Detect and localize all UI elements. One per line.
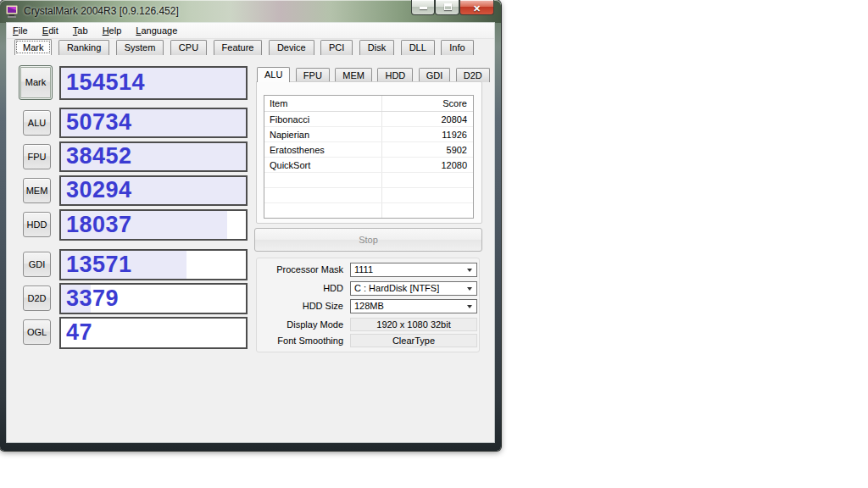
table-cell-item: Napierian [270,127,309,142]
table-row[interactable]: QuickSort 12080 [264,158,473,173]
hdd-size-value: 128MB [354,301,384,311]
menu-bar: File Edit Tab Help Language [7,23,494,39]
app-icon [6,5,19,18]
tab-dll[interactable]: DLL [401,40,435,55]
chevron-down-icon [467,269,472,272]
processor-mask-label: Processor Mask [257,263,343,277]
font-smoothing-label: Font Smoothing [257,334,343,347]
mem-score-value: 30294 [66,177,132,203]
tab-disk[interactable]: Disk [359,40,394,55]
table-cell-score: 12080 [441,158,467,173]
column-header-item[interactable]: Item [270,96,287,112]
table-cell-item: Eratosthenes [270,142,325,158]
window-title: CrystalMark 2004R3 [0.9.126.452] [24,0,179,23]
hdd-select[interactable]: C : HardDisk [NTFS] [350,281,477,296]
display-mode-value: 1920 x 1080 32bit [350,318,477,331]
mark-score-value: 154514 [66,69,145,96]
gdi-score-value: 13571 [66,251,132,277]
subtab-hdd[interactable]: HDD [377,68,413,82]
subtab-fpu[interactable]: FPU [296,68,330,82]
tab-mark[interactable]: Mark [14,39,52,55]
menu-file[interactable]: File [7,23,34,39]
tab-feature[interactable]: Feature [214,40,263,55]
fpu-score-box: 38452 [59,141,248,172]
mem-button[interactable]: MEM [23,178,51,203]
fpu-button[interactable]: FPU [23,144,51,169]
column-header-score[interactable]: Score [442,96,467,112]
table-row[interactable]: Fibonacci 20804 [264,112,473,127]
table-cell-score: 11926 [442,127,467,142]
close-icon: ✕ [473,3,481,14]
table-cell-item: QuickSort [270,158,310,173]
table-empty-row [264,188,473,203]
menu-language[interactable]: Language [130,23,183,39]
close-button[interactable]: ✕ [459,0,494,15]
tab-info[interactable]: Info [441,40,473,55]
table-cell-score: 20804 [441,112,467,127]
alu-button[interactable]: ALU [23,110,51,136]
crystalmark-window: CrystalMark 2004R3 [0.9.126.452] ✕ File … [0,0,501,451]
processor-mask-select[interactable]: 1111 [350,263,477,277]
desktop: CrystalMark 2004R3 [0.9.126.452] ✕ File … [0,0,868,488]
processor-mask-value: 1111 [354,264,373,274]
table-cell-score: 5902 [447,142,467,158]
table-header-row: Item Score [264,96,473,112]
subtab-alu[interactable]: ALU [257,67,290,82]
maximize-button[interactable] [435,0,459,15]
hdd-size-label: HDD Size [257,299,343,313]
tab-pci[interactable]: PCI [320,40,353,55]
alu-score-box: 50734 [59,108,248,138]
table-cell-item: Fibonacci [270,112,309,127]
detail-tab-strip: ALU FPU MEM HDD GDI D2D OGL [257,67,494,82]
subtab-d2d[interactable]: D2D [456,68,490,82]
gdi-score-box: 13571 [59,249,248,280]
ogl-button[interactable]: OGL [23,319,51,345]
mark-button[interactable]: Mark [19,65,53,100]
mark-score-box: 154514 [59,66,248,100]
hdd-button[interactable]: HDD [23,212,51,237]
client-area: File Edit Tab Help Language Mark Ranking… [7,23,494,442]
d2d-score-value: 3379 [66,285,119,311]
title-bar[interactable]: CrystalMark 2004R3 [0.9.126.452] ✕ [0,0,501,23]
tab-device[interactable]: Device [269,40,314,55]
alu-score-value: 50734 [66,109,132,136]
gdi-button[interactable]: GDI [23,252,51,277]
main-tab-strip: Mark Ranking System CPU Feature Device P… [7,39,494,55]
minimize-icon [420,7,427,9]
stop-button[interactable]: Stop [254,228,482,252]
menu-help[interactable]: Help [97,23,128,39]
table-row[interactable]: Eratosthenes 5902 [264,142,473,158]
hdd-score-value: 18037 [66,211,132,237]
hdd-label: HDD [257,281,343,296]
display-mode-label: Display Mode [257,318,343,331]
alu-detail-panel: Item Score Fibonacci 20804 Napierian 119… [256,81,482,224]
hdd-score-box: 18037 [59,209,248,241]
d2d-button[interactable]: D2D [23,286,51,311]
font-smoothing-value: ClearType [350,334,477,347]
table-row[interactable]: Napierian 11926 [264,127,473,142]
tab-ranking[interactable]: Ranking [58,40,109,55]
table-empty-row [264,173,473,188]
alu-score-table: Item Score Fibonacci 20804 Napierian 119… [264,95,474,219]
minimize-button[interactable] [411,0,435,15]
hdd-size-select[interactable]: 128MB [350,299,477,313]
table-empty-row [264,203,473,219]
settings-group: Processor Mask 1111 HDD C : HardDisk [NT… [256,258,480,352]
menu-edit[interactable]: Edit [36,23,64,39]
ogl-score-box: 47 [59,317,248,349]
subtab-gdi[interactable]: GDI [419,68,451,82]
subtab-mem[interactable]: MEM [335,68,372,82]
fpu-score-value: 38452 [66,143,132,169]
tab-cpu[interactable]: CPU [170,40,207,55]
menu-tab[interactable]: Tab [67,23,94,39]
mem-score-box: 30294 [59,175,248,206]
tab-system[interactable]: System [116,40,164,55]
ogl-score-value: 47 [66,319,92,346]
chevron-down-icon [467,287,472,291]
maximize-icon [444,3,452,10]
d2d-score-box: 3379 [59,283,248,314]
hdd-value: C : HardDisk [NTFS] [354,283,439,293]
chevron-down-icon [467,305,472,308]
